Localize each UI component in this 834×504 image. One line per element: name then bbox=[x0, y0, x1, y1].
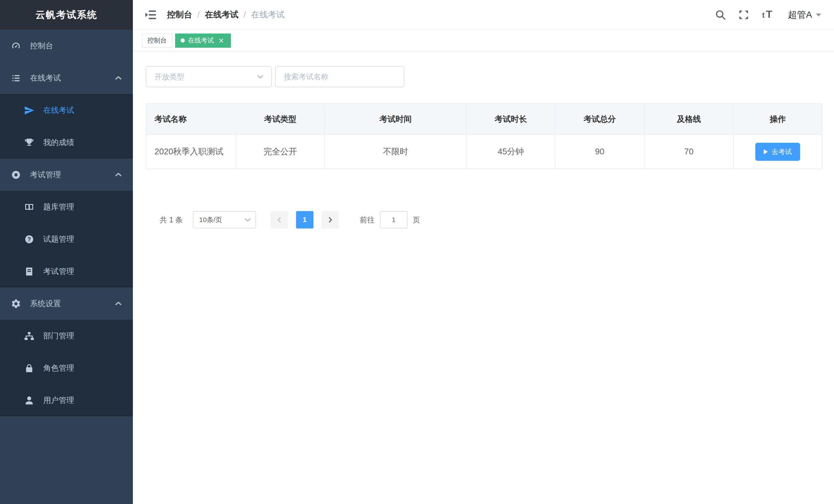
sidebar-group-online-exam[interactable]: 在线考试 bbox=[0, 62, 133, 94]
submenu-exam-management: 题库管理 ? 试题管理 考试管理 bbox=[0, 191, 133, 288]
table-row: 2020秋季入职测试 完全公开 不限时 45分钟 90 70 去考试 bbox=[146, 134, 822, 169]
open-type-select[interactable]: 开放类型 bbox=[146, 66, 272, 87]
next-page-button[interactable] bbox=[322, 211, 339, 228]
page-unit-label: 页 bbox=[413, 215, 420, 225]
sidebar-item-online-exam[interactable]: 在线考试 bbox=[0, 94, 133, 126]
sidebar-item-label: 用户管理 bbox=[43, 395, 74, 405]
sidebar-item-my-scores[interactable]: 我的成绩 bbox=[0, 126, 133, 159]
column-header-exam-type: 考试类型 bbox=[236, 104, 325, 134]
column-header-exam-total: 考试总分 bbox=[555, 104, 644, 134]
svg-text:T: T bbox=[766, 9, 772, 20]
goto-page-input[interactable] bbox=[380, 211, 408, 228]
column-header-exam-name: 考试名称 bbox=[146, 104, 236, 134]
send-icon bbox=[24, 105, 35, 116]
page-content: 开放类型 考试名称 考试类型 考试时间 考试时长 考试总分 bbox=[133, 51, 834, 504]
sidebar-item-department-management[interactable]: 部门管理 bbox=[0, 320, 133, 352]
cell-exam-time: 不限时 bbox=[325, 134, 466, 169]
main-area: 控制台 / 在线考试 / 在线考试 tT 超管A 控制台 bbox=[133, 0, 834, 504]
pagination: 共 1 条 10条/页 1 前往 页 bbox=[146, 211, 822, 228]
sidebar-item-label: 在线考试 bbox=[43, 105, 74, 115]
breadcrumb-item-online-exam[interactable]: 在线考试 bbox=[205, 9, 238, 20]
book-icon bbox=[24, 202, 35, 212]
chevron-down-icon bbox=[256, 73, 264, 81]
caret-down-icon bbox=[816, 14, 821, 19]
open-type-placeholder: 开放类型 bbox=[154, 72, 184, 82]
chevron-right-icon bbox=[327, 216, 334, 223]
close-icon[interactable] bbox=[217, 37, 225, 45]
chevron-down-icon bbox=[244, 216, 251, 224]
cell-exam-total: 90 bbox=[555, 134, 644, 169]
question-icon: ? bbox=[24, 234, 35, 245]
chevron-left-icon bbox=[276, 216, 283, 223]
page-size-select[interactable]: 10条/页 bbox=[193, 211, 256, 228]
sidebar-item-label: 题库管理 bbox=[43, 202, 74, 212]
navbar-right-tools: tT 超管A bbox=[715, 9, 821, 21]
chevron-up-icon bbox=[114, 74, 122, 82]
breadcrumb-separator: / bbox=[243, 10, 246, 20]
org-tree-icon bbox=[24, 330, 35, 341]
app-root: 云帆考试系统 控制台 在线考试 在线考试 我的成绩 bbox=[0, 0, 834, 504]
sidebar-item-role-management[interactable]: 角色管理 bbox=[0, 352, 133, 384]
hamburger-icon[interactable] bbox=[145, 9, 157, 21]
font-size-icon[interactable]: tT bbox=[762, 9, 776, 21]
filter-bar: 开放类型 bbox=[146, 66, 822, 87]
search-icon[interactable] bbox=[715, 9, 726, 20]
user-dropdown[interactable]: 超管A bbox=[788, 9, 821, 21]
table-header-row: 考试名称 考试类型 考试时间 考试时长 考试总分 及格线 操作 bbox=[146, 104, 822, 134]
page-size-value: 10条/页 bbox=[199, 215, 222, 224]
sidebar-item-label: 我的成绩 bbox=[43, 137, 74, 147]
lock-icon bbox=[24, 363, 35, 373]
username: 超管A bbox=[788, 9, 812, 21]
column-header-exam-duration: 考试时长 bbox=[466, 104, 555, 134]
lifebuoy-icon bbox=[10, 169, 21, 180]
sidebar-item-label: 控制台 bbox=[30, 41, 53, 51]
sidebar-group-label: 在线考试 bbox=[30, 73, 61, 83]
tag-label: 控制台 bbox=[147, 36, 167, 45]
tags-view-bar: 控制台 在线考试 bbox=[133, 30, 834, 51]
submenu-online-exam: 在线考试 我的成绩 bbox=[0, 94, 133, 159]
column-header-actions: 操作 bbox=[733, 104, 822, 134]
play-icon bbox=[764, 149, 768, 154]
exam-name-search-input[interactable] bbox=[275, 66, 404, 87]
cell-pass-line: 70 bbox=[644, 134, 734, 169]
goto-label: 前往 bbox=[360, 215, 375, 225]
tag-dashboard[interactable]: 控制台 bbox=[142, 33, 172, 48]
sidebar-group-system-settings[interactable]: 系统设置 bbox=[0, 288, 133, 320]
go-to-exam-label: 去考试 bbox=[771, 147, 792, 156]
exam-table: 考试名称 考试类型 考试时间 考试时长 考试总分 及格线 操作 2020秋季入职… bbox=[146, 103, 822, 169]
chevron-up-icon bbox=[114, 171, 122, 179]
sidebar-item-user-management[interactable]: 用户管理 bbox=[0, 384, 133, 416]
top-navbar: 控制台 / 在线考试 / 在线考试 tT 超管A bbox=[133, 0, 834, 30]
user-icon bbox=[24, 395, 35, 406]
breadcrumb-separator: / bbox=[197, 10, 200, 20]
pagination-goto: 前往 页 bbox=[360, 211, 420, 228]
list-icon bbox=[10, 73, 21, 84]
sidebar-item-label: 试题管理 bbox=[43, 234, 74, 244]
sidebar-item-dashboard[interactable]: 控制台 bbox=[0, 30, 133, 62]
sidebar-menu: 控制台 在线考试 在线考试 我的成绩 考试管理 bbox=[0, 30, 133, 416]
sidebar-item-exam-management[interactable]: 考试管理 bbox=[0, 255, 133, 288]
breadcrumb-item-dashboard[interactable]: 控制台 bbox=[167, 9, 192, 20]
cell-exam-duration: 45分钟 bbox=[466, 134, 555, 169]
column-header-exam-time: 考试时间 bbox=[325, 104, 466, 134]
app-logo-title: 云帆考试系统 bbox=[0, 0, 133, 30]
sidebar-group-exam-management[interactable]: 考试管理 bbox=[0, 159, 133, 191]
sidebar: 云帆考试系统 控制台 在线考试 在线考试 我的成绩 bbox=[0, 0, 133, 504]
sidebar-item-label: 角色管理 bbox=[43, 363, 74, 373]
svg-text:?: ? bbox=[27, 236, 31, 242]
sidebar-group-label: 考试管理 bbox=[30, 169, 61, 180]
sidebar-item-label: 部门管理 bbox=[43, 330, 74, 341]
column-header-pass-line: 及格线 bbox=[644, 104, 734, 134]
tag-online-exam[interactable]: 在线考试 bbox=[175, 33, 231, 48]
sidebar-item-question-bank[interactable]: 题库管理 bbox=[0, 191, 133, 223]
sidebar-item-question-management[interactable]: ? 试题管理 bbox=[0, 223, 133, 255]
page-number-1[interactable]: 1 bbox=[296, 211, 313, 228]
chevron-up-icon bbox=[114, 300, 122, 307]
go-to-exam-button[interactable]: 去考试 bbox=[755, 143, 800, 161]
trophy-icon bbox=[24, 137, 35, 148]
fullscreen-icon[interactable] bbox=[738, 9, 749, 20]
prev-page-button[interactable] bbox=[270, 211, 288, 228]
cell-exam-type: 完全公开 bbox=[236, 134, 325, 169]
sidebar-item-label: 考试管理 bbox=[43, 266, 74, 276]
dashboard-icon bbox=[10, 41, 21, 51]
